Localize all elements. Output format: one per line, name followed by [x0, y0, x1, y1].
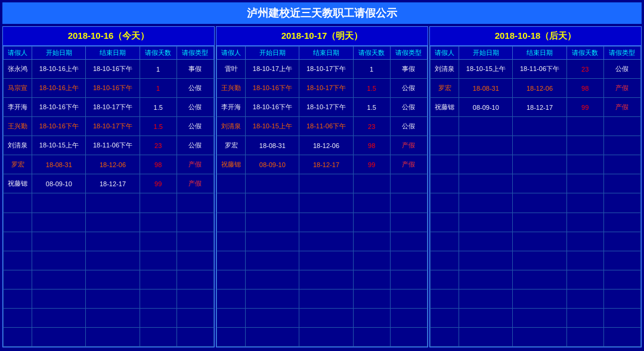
cell-empty [431, 232, 459, 251]
cell-empty [353, 193, 390, 213]
table-row: 刘清泉 18-10-15上午 18-11-06下午 23 公假 [4, 136, 214, 155]
cell-empty [140, 251, 177, 270]
cell-empty [86, 327, 140, 346]
table-row-empty [217, 308, 428, 327]
cell-start: 18-10-16下午 [32, 98, 86, 117]
cell-start: 18-10-15上午 [32, 136, 86, 155]
table-row: 张永鸿 18-10-16上午 18-10-16下午 1 事假 [4, 60, 214, 79]
cell-end: 18-11-06下午 [299, 117, 353, 136]
cell-empty [431, 193, 459, 213]
cell-empty [603, 193, 640, 213]
cell-end: 18-10-17下午 [86, 98, 140, 117]
table-row-empty [431, 213, 641, 232]
cell-empty [390, 289, 427, 308]
cell-empty [431, 289, 459, 308]
cell-empty [603, 327, 640, 346]
table-row-empty [217, 213, 428, 232]
cell-empty [566, 117, 603, 136]
cell-type: 产假 [177, 155, 213, 174]
table-row-empty [4, 251, 214, 270]
cell-empty [603, 117, 640, 136]
cell-days: 98 [140, 155, 177, 174]
cell-empty [299, 289, 353, 308]
cell-start: 08-09-10 [246, 155, 299, 174]
cell-empty [390, 327, 427, 346]
col-start: 开始日期 [459, 47, 513, 60]
table-row-empty [217, 289, 428, 308]
table-row-empty [431, 155, 641, 174]
cell-end: 18-10-16下午 [86, 79, 140, 98]
cell-end: 18-12-17 [513, 98, 566, 117]
cell-empty [86, 193, 140, 213]
cell-empty [4, 232, 32, 251]
table-row-empty [217, 193, 428, 213]
cell-empty [353, 174, 390, 193]
cell-empty [459, 308, 513, 327]
cell-name: 李开海 [217, 98, 246, 117]
cell-days: 1.5 [140, 117, 177, 136]
cell-empty [217, 327, 246, 346]
cell-empty [513, 270, 566, 289]
cell-empty [217, 232, 246, 251]
cell-empty [86, 232, 140, 251]
cell-name: 刘清泉 [431, 60, 459, 79]
cell-empty [603, 174, 640, 193]
cell-empty [299, 251, 353, 270]
cell-name: 马宗宣 [4, 79, 32, 98]
cell-empty [299, 327, 353, 346]
cell-empty [566, 193, 603, 213]
cell-empty [140, 308, 177, 327]
cell-type: 产假 [603, 79, 640, 98]
cell-empty [177, 232, 213, 251]
cell-empty [431, 327, 459, 346]
cell-empty [431, 136, 459, 155]
table-row: 祝藤锶 08-09-10 18-12-17 99 产假 [431, 98, 641, 117]
cell-empty [431, 174, 459, 193]
cell-empty [566, 174, 603, 193]
table-row-empty [431, 327, 641, 346]
cell-empty [246, 251, 299, 270]
cell-empty [390, 193, 427, 213]
cell-days: 1 [353, 60, 390, 79]
day3-header: 2018-10-18（后天） [430, 27, 641, 46]
cell-days: 1.5 [353, 98, 390, 117]
cell-type: 公假 [390, 98, 427, 117]
col-end: 结束日期 [299, 47, 353, 60]
col-start: 开始日期 [246, 47, 299, 60]
cell-empty [390, 270, 427, 289]
cell-end: 18-10-17下午 [299, 60, 353, 79]
cell-empty [566, 308, 603, 327]
table-row-empty [431, 251, 641, 270]
cell-type: 公假 [603, 60, 640, 79]
cell-empty [353, 289, 390, 308]
cell-empty [217, 213, 246, 232]
day1-header: 2018-10-16（今天） [3, 27, 214, 46]
cell-empty [603, 270, 640, 289]
cell-empty [246, 232, 299, 251]
table-row-empty [4, 232, 214, 251]
cell-empty [217, 193, 246, 213]
cell-empty [246, 289, 299, 308]
table-row-empty [4, 289, 214, 308]
cell-empty [390, 232, 427, 251]
cell-type: 产假 [177, 174, 213, 193]
cell-empty [390, 174, 427, 193]
table-row-empty [431, 193, 641, 213]
cell-empty [431, 213, 459, 232]
table-row: 刘清泉 18-10-15上午 18-11-06下午 23 公假 [217, 117, 428, 136]
cell-start: 08-09-10 [32, 174, 86, 193]
table-row: 王兴勤 18-10-16下午 18-10-17下午 1.5 公假 [217, 79, 428, 98]
cell-empty [390, 213, 427, 232]
col-days: 请假天数 [566, 47, 603, 60]
cell-empty [566, 213, 603, 232]
cell-empty [603, 308, 640, 327]
table-row-empty [217, 270, 428, 289]
cell-start: 18-08-31 [246, 136, 299, 155]
cell-start: 18-10-16上午 [32, 60, 86, 79]
cell-empty [86, 270, 140, 289]
cell-empty [32, 213, 86, 232]
cell-empty [4, 193, 32, 213]
cell-empty [86, 251, 140, 270]
cell-end: 18-12-06 [86, 155, 140, 174]
table-row-empty [4, 193, 214, 213]
